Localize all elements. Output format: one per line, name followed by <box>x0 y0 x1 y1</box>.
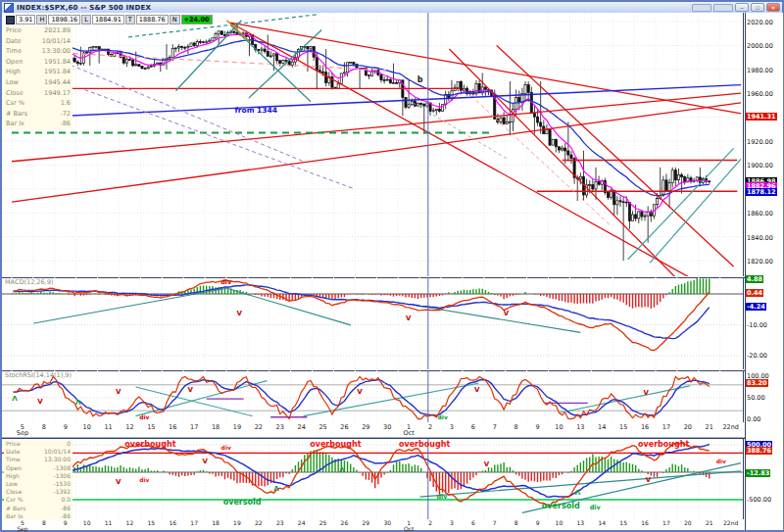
trendline-segment <box>413 305 580 332</box>
chart-client-area: 3.91H1898.16L1884.91T1888.76N+24.00 Pric… <box>2 13 782 530</box>
price-panel[interactable]: Vbfrom 1344 <box>2 13 745 278</box>
date-tick: 7 <box>493 424 497 430</box>
date-tick: 12 <box>125 424 133 430</box>
date-tick: 5 Sep <box>17 424 28 436</box>
readout-row: Low-1530 <box>4 480 73 488</box>
date-tick: 12 <box>126 520 134 526</box>
series-line <box>14 443 710 506</box>
readout-row: Price2021.89 <box>4 25 73 36</box>
axis-value-tag: 1878.12 <box>746 188 777 196</box>
date-tick: 23 <box>276 520 284 526</box>
readout-row: Open1951.84 <box>4 57 73 68</box>
annotation-marker: V <box>202 458 208 465</box>
date-tick: 9 <box>535 424 539 430</box>
date-tick: 21 <box>706 520 713 526</box>
axis-tick-label: 2000.00 <box>747 42 773 50</box>
series-line <box>14 285 710 339</box>
date-tick: 17 <box>190 424 198 430</box>
date-tick: 25 <box>318 424 326 430</box>
axis-tick-label: 50.00 <box>747 394 765 402</box>
date-tick: 1 Oct <box>404 424 415 436</box>
axis-value-tag: 0.44 <box>746 289 763 297</box>
annotation-marker: V <box>188 386 194 394</box>
date-tick: 9 <box>64 424 68 430</box>
date-tick: 22nd <box>723 520 738 526</box>
axis-tick-label: -20.00 <box>747 352 767 360</box>
stochrsi-chart[interactable]: ΛΛVVVVVVdivdiv <box>2 370 745 422</box>
date-tick: 8 <box>42 520 46 526</box>
breadth-chart[interactable]: overboughtoverboughtoverboughtoverbought… <box>2 439 745 519</box>
macd-chart[interactable]: divVVV <box>2 277 745 369</box>
close-button[interactable]: × <box>766 3 780 12</box>
date-tick: 16 <box>641 424 649 430</box>
date-tick: 1 Oct <box>404 520 414 532</box>
date-tick: 3 <box>450 424 454 430</box>
breadth-panel[interactable]: overboughtoverboughtoverboughtoverbought… <box>2 438 745 521</box>
readout-row: # Bars-72 <box>4 109 73 120</box>
annotation-marker: Λ <box>575 489 581 497</box>
price-axis-column: 2020.002000.001980.001960.001940.001920.… <box>745 13 783 530</box>
date-tick: 8 <box>42 424 46 430</box>
readout-row: Date10/01/14 <box>4 36 73 47</box>
date-tick: 16 <box>169 424 176 430</box>
readout-row: Low1945.44 <box>4 77 73 88</box>
quote-field-label: H <box>36 15 47 24</box>
date-tick: 18 <box>212 424 220 430</box>
stochrsi-panel[interactable]: StochRSI(14,14(1),9) ΛΛVVVVVVdivdiv <box>2 370 745 424</box>
annotation-text: div <box>436 493 448 501</box>
axis-tick-label: 1840.00 <box>747 234 773 242</box>
date-tick: 10 <box>83 424 91 430</box>
annotation-text: overbought <box>399 440 450 449</box>
annotation-text: div <box>438 413 448 420</box>
titlebar-tool-button-1[interactable] <box>692 4 711 12</box>
macd-panel[interactable]: MACD(12,26,9) divVVV <box>2 277 745 371</box>
date-tick: 30 <box>383 424 391 430</box>
date-tick: 17 <box>190 520 198 526</box>
date-tick: 13 <box>577 520 585 526</box>
annotation-text: oversold <box>542 502 580 510</box>
date-tick: 22 <box>255 520 263 526</box>
date-tick: 11 <box>104 424 112 430</box>
axis-tick-label: 1980.00 <box>747 67 773 74</box>
readout-row: High-1306 <box>4 472 73 480</box>
date-tick: 29 <box>363 520 370 526</box>
annotation-text: div <box>139 413 149 420</box>
minimize-button[interactable]: – <box>735 3 749 12</box>
annotation-marker: Λ <box>75 399 81 407</box>
readout-row: Date10/01/14 <box>4 448 73 456</box>
annotation-text: div <box>139 476 149 483</box>
date-tick: 17 <box>662 424 670 430</box>
axis-tick-label: -10.00 <box>747 321 767 329</box>
quote-field-label: L <box>81 15 91 24</box>
window-title: INDEX:$SPX,60 -- S&P 500 INDEX <box>17 4 151 12</box>
axis-value-tag: 83.20 <box>746 379 768 387</box>
annotation-text: from 1344 <box>235 106 277 115</box>
annotation-marker: V <box>357 388 363 396</box>
readout-row: Csr %1.6 <box>4 98 73 109</box>
date-tick: 7 <box>493 520 497 526</box>
axis-tick-label: 0.00 <box>747 415 760 423</box>
date-tick: 6 <box>471 520 475 526</box>
price-cursor-readout: Price2021.89Date10/01/14Time13:30:00Open… <box>4 25 73 129</box>
date-tick: 15 <box>619 424 627 430</box>
app-icon <box>4 3 14 13</box>
date-tick: 15 <box>619 520 627 526</box>
axis-tick-label: 1900.00 <box>747 162 773 169</box>
readout-row: Time13:30:00 <box>4 46 73 57</box>
date-tick: 9 <box>536 520 540 526</box>
axis-tick-label: 1920.00 <box>747 138 773 146</box>
window-titlebar[interactable]: INDEX:$SPX,60 -- S&P 500 INDEX – □ × <box>2 2 782 13</box>
titlebar-tool-button-2[interactable] <box>713 4 733 12</box>
series-line <box>14 280 710 350</box>
axis-value-tag: -4.24 <box>746 303 766 311</box>
annotation-marker: V <box>116 478 122 486</box>
date-tick: 29 <box>362 424 369 430</box>
date-tick: 11 <box>105 520 113 526</box>
annotation-marker: V <box>484 460 490 468</box>
quote-field-value: 1888.76 <box>136 15 169 24</box>
axis-tick-label: 1820.00 <box>747 258 773 266</box>
annotation-text: div <box>221 444 231 451</box>
date-axis-lower: 5 Sep891011121516171819222324252629301 O… <box>2 519 745 530</box>
restore-button[interactable]: □ <box>751 3 764 12</box>
price-chart[interactable]: Vbfrom 1344 <box>2 13 745 276</box>
